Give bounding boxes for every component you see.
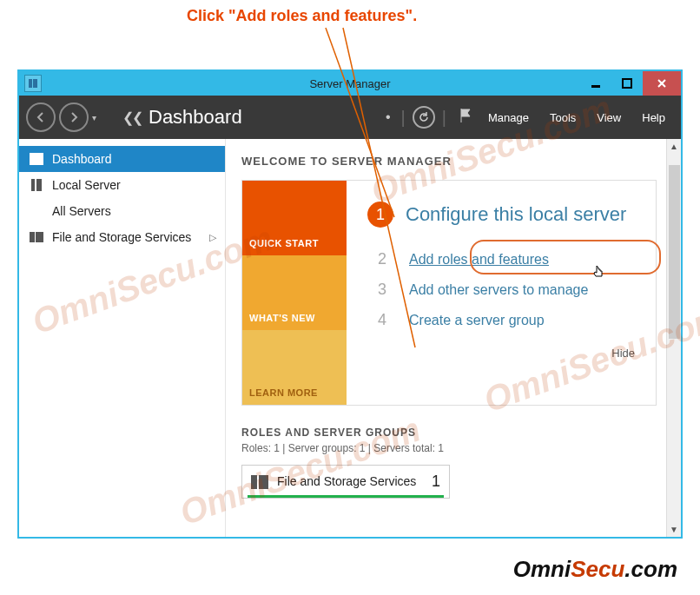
nav-history-dropdown-icon[interactable]: ▾ [92,113,96,122]
menu-help[interactable]: Help [642,111,665,124]
app-icon [24,75,42,92]
sidebar-item-label: All Servers [52,204,111,218]
welcome-panel: QUICK START WHAT'S NEW LEARN MORE 1 Conf… [241,180,657,406]
toolbar-separator: | [401,108,406,128]
toolbar: ▾ ❮❮ Dashboard • | | Manage Tools View H… [19,96,681,139]
vertical-scrollbar[interactable]: ▲ ▼ [666,139,681,537]
server-manager-window: Server Manager ▾ ❮❮ Dashboard • | | Mana… [17,69,683,539]
footer-brand-logo: OmniSecu.com [513,556,677,583]
titlebar: Server Manager [19,71,681,96]
svg-rect-4 [591,85,600,88]
sidebar-item-label: Dashboard [52,152,112,166]
all-servers-icon [30,205,43,217]
roles-subheading: Roles: 1 | Server groups: 1 | Servers to… [241,442,657,454]
sidebar-item-all-servers[interactable]: All Servers [19,198,225,224]
window-title: Server Manager [309,77,390,90]
brand-part2: Secu [571,556,624,582]
step-number: 4 [374,311,390,329]
sidebar-item-dashboard[interactable]: Dashboard [19,146,225,172]
role-card-count: 1 [432,473,440,491]
breadcrumb-chevron-icon: ❮❮ [122,109,142,126]
window-controls [580,71,681,96]
role-card-file-storage[interactable]: File and Storage Services 1 [241,465,450,499]
hide-link[interactable]: Hide [367,347,635,360]
step-1-configure[interactable]: 1 Configure this local server [367,202,635,228]
menu-tools[interactable]: Tools [550,111,576,124]
instruction-annotation: Click "Add roles and features". [187,7,417,25]
sidebar-item-label: File and Storage Services [52,230,191,244]
tab-learn-more[interactable]: LEARN MORE [242,330,347,405]
chevron-right-icon: ▷ [209,232,216,243]
scroll-up-icon[interactable]: ▲ [667,139,681,154]
sidebar-item-label: Local Server [52,178,121,192]
main-content-area: ▲ ▼ WELCOME TO SERVER MANAGER QUICK STAR… [226,139,681,537]
step-4-server-group[interactable]: 4 Create a server group [374,311,635,329]
forward-button[interactable] [59,102,89,132]
highlight-callout [470,240,661,274]
role-card-status-bar [248,495,444,498]
toolbar-dot-icon: • [386,109,391,125]
minimize-button[interactable] [580,71,611,96]
refresh-button[interactable] [413,106,435,129]
cursor-pointer-icon [591,264,607,285]
scroll-thumb[interactable] [669,165,680,339]
menu-view[interactable]: View [597,111,621,124]
page-title: ❮❮ Dashboard [122,106,242,129]
roles-heading: ROLES AND SERVER GROUPS [241,426,657,439]
back-button[interactable] [26,102,56,132]
svg-rect-3 [33,79,37,88]
scroll-down-icon[interactable]: ▼ [667,522,681,537]
welcome-heading: WELCOME TO SERVER MANAGER [241,155,657,168]
server-group-link[interactable]: Create a server group [409,313,545,328]
welcome-left-tabs: QUICK START WHAT'S NEW LEARN MORE [242,181,347,405]
step-1-number-badge: 1 [367,202,393,228]
local-server-icon [30,179,43,191]
add-servers-link[interactable]: Add other servers to manage [409,282,588,298]
close-button[interactable] [643,71,681,96]
notifications-flag-icon[interactable] [459,108,472,128]
step-1-label: Configure this local server [406,203,626,226]
file-storage-icon [30,231,43,243]
step-number: 3 [374,281,390,299]
maximize-button[interactable] [611,71,643,96]
brand-part3: .com [624,556,677,582]
sidebar: Dashboard Local Server All Servers File … [19,139,226,537]
brand-part1: Omni [513,556,571,582]
toolbar-separator: | [442,108,446,128]
page-title-text: Dashboard [149,106,242,129]
svg-rect-2 [29,79,32,88]
menu-manage[interactable]: Manage [488,111,529,124]
svg-rect-5 [623,79,631,88]
sidebar-item-file-storage[interactable]: File and Storage Services ▷ [19,224,225,250]
file-storage-icon [251,475,268,489]
tab-whats-new[interactable]: WHAT'S NEW [242,255,347,330]
step-number: 2 [374,250,390,268]
sidebar-item-local-server[interactable]: Local Server [19,172,225,198]
role-card-title: File and Storage Services [277,474,416,489]
dashboard-icon [30,153,43,165]
window-body: Dashboard Local Server All Servers File … [19,139,681,537]
welcome-steps-area: 1 Configure this local server 2 Add role… [347,181,656,405]
tab-quick-start[interactable]: QUICK START [242,181,347,255]
